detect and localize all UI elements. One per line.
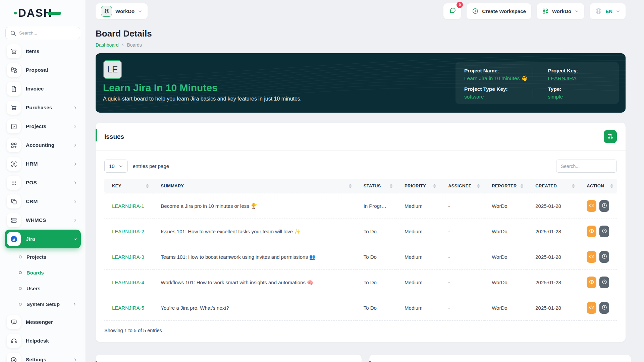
sidebar-subitem-system-setup[interactable]: System Setup	[5, 296, 81, 312]
workspace-layers-icon	[101, 6, 112, 17]
sidebar-item-messenger[interactable]: Messenger	[5, 313, 81, 331]
issues-table-wrapper: KEY SUMMARY STATUS PRIORITY ASSIGNEE REP…	[96, 179, 626, 321]
column-header-priority[interactable]: PRIORITY	[396, 179, 440, 193]
chat-bubble-icon	[7, 315, 21, 329]
sidebar-subitem-users[interactable]: Users	[5, 281, 81, 296]
sort-arrows-icon	[521, 184, 523, 188]
workdo-apps-menu[interactable]: WorkDo	[537, 3, 584, 19]
sidebar-item-helpdesk[interactable]: Helpdesk	[5, 331, 81, 350]
view-issue-button[interactable]	[587, 226, 596, 237]
sidebar-subitem-boards[interactable]: Boards	[5, 265, 81, 281]
issues-search-input[interactable]	[556, 160, 617, 173]
create-workspace-button[interactable]: Create Workspace	[467, 3, 531, 19]
sidebar-search[interactable]	[5, 27, 80, 39]
sprint-header: Sprint +	[96, 355, 362, 362]
column-header-status[interactable]: STATUS	[356, 179, 396, 193]
issue-key-link[interactable]: LEARNJIRA-4	[112, 280, 144, 285]
sidebar-subitem-projects[interactable]: Projects	[5, 249, 81, 265]
issue-assignee: -	[440, 244, 484, 270]
sidebar-item-label: Proposal	[26, 67, 48, 73]
column-header-summary[interactable]: SUMMARY	[153, 179, 355, 193]
sidebar-item-jira[interactable]: Jira	[5, 230, 81, 248]
grid-plus-icon	[7, 138, 21, 152]
page-title: Board Details	[96, 28, 626, 39]
chevron-right-icon	[72, 302, 77, 306]
issue-priority: Medium	[396, 219, 440, 244]
sidebar-menu: Items Proposal Invoice Purchases Project…	[5, 42, 81, 362]
issue-status: To Do	[356, 270, 396, 295]
sidebar-item-label: POS	[26, 180, 37, 186]
issue-created: 2025-01-28	[527, 295, 579, 321]
sidebar-item-label: Invoice	[26, 86, 44, 92]
history-button[interactable]	[599, 226, 609, 237]
column-header-action[interactable]: ACTION	[579, 179, 617, 193]
epics-header: Epics	[369, 355, 631, 362]
issue-status: To Do	[356, 295, 396, 321]
subitem-label: Users	[26, 286, 41, 291]
chevron-down-icon	[138, 9, 142, 13]
breadcrumb-dashboard-link[interactable]: Dashboard	[96, 42, 119, 48]
sidebar-item-invoice[interactable]: Invoice	[5, 79, 81, 98]
view-issue-button[interactable]	[587, 200, 596, 212]
language-selector[interactable]: EN	[590, 3, 626, 19]
issue-key-link[interactable]: LEARNJIRA-3	[112, 254, 144, 260]
epics-card: Epics	[369, 355, 631, 362]
issues-title: Issues	[104, 133, 124, 140]
issue-summary: Teams 101: How to boost teamwork using i…	[153, 244, 355, 270]
entries-per-page-label: entries per page	[133, 163, 169, 169]
issue-row: LEARNJIRA-4 Workflows 101: How to work s…	[104, 270, 617, 295]
sidebar-item-label: HRM	[26, 161, 38, 167]
sidebar-item-settings[interactable]: Settings	[5, 350, 81, 362]
transfer-icon	[7, 63, 21, 77]
sidebar-item-label: Jira	[26, 236, 35, 242]
bullet-icon	[19, 287, 22, 290]
history-button[interactable]	[599, 277, 609, 288]
brand-logo[interactable]: DASH	[5, 0, 81, 26]
sidebar-item-whmcs[interactable]: WHMCS	[5, 211, 81, 230]
sidebar-item-label: Items	[26, 48, 40, 54]
sidebar-item-purchases[interactable]: Purchases	[5, 98, 81, 117]
server-icon	[7, 213, 21, 227]
sidebar-item-pos[interactable]: POS	[5, 173, 81, 192]
column-header-created[interactable]: CREATED	[527, 179, 579, 193]
sidebar-item-projects[interactable]: Projects	[5, 117, 81, 136]
column-header-reporter[interactable]: REPORTER	[484, 179, 527, 193]
chevron-right-icon	[73, 106, 77, 110]
issue-priority: Medium	[396, 295, 440, 321]
sidebar-item-hrm[interactable]: HRM	[5, 155, 81, 173]
view-issue-button[interactable]	[587, 277, 596, 288]
sidebar-item-label: Messenger	[26, 319, 53, 325]
entries-per-page-value: 10	[109, 163, 115, 169]
entries-per-page-select[interactable]: 10	[104, 160, 128, 173]
history-button[interactable]	[599, 251, 609, 263]
workspace-switcher[interactable]: WorkDo	[96, 3, 148, 19]
sidebar-item-crm[interactable]: CRM	[5, 192, 81, 211]
column-header-key[interactable]: KEY	[104, 179, 153, 193]
sidebar-item-accounting[interactable]: Accounting	[5, 136, 81, 155]
field-label: Type:	[548, 86, 610, 92]
check-square-icon	[7, 119, 21, 133]
sidebar-search-input[interactable]	[19, 31, 76, 36]
history-button[interactable]	[599, 302, 609, 314]
jira-logo-icon	[7, 232, 21, 246]
issue-key-link[interactable]: LEARNJIRA-2	[112, 229, 144, 234]
chevron-down-icon	[616, 9, 620, 13]
plus-circle-icon	[472, 8, 479, 14]
sync-issues-button[interactable]	[604, 130, 617, 143]
project-name-field: Project Name: Learn Jira in 10 minutes 👋	[464, 68, 537, 81]
issue-key-link[interactable]: LEARNJIRA-1	[112, 203, 144, 209]
sidebar-item-items[interactable]: Items	[5, 42, 81, 61]
messages-button[interactable]: 0	[443, 3, 461, 19]
view-issue-button[interactable]	[587, 302, 596, 314]
sort-arrows-icon	[349, 184, 352, 188]
issue-status: To Do	[356, 244, 396, 270]
view-issue-button[interactable]	[587, 251, 596, 263]
issue-assignee: -	[440, 295, 484, 321]
history-button[interactable]	[599, 200, 609, 212]
sidebar-item-proposal[interactable]: Proposal	[5, 61, 81, 79]
sidebar-item-label: Projects	[26, 123, 46, 129]
sort-arrows-icon	[477, 184, 480, 188]
chevron-right-icon	[73, 358, 77, 362]
column-header-assignee[interactable]: ASSIGNEE	[440, 179, 484, 193]
issue-key-link[interactable]: LEARNJIRA-5	[112, 305, 144, 311]
